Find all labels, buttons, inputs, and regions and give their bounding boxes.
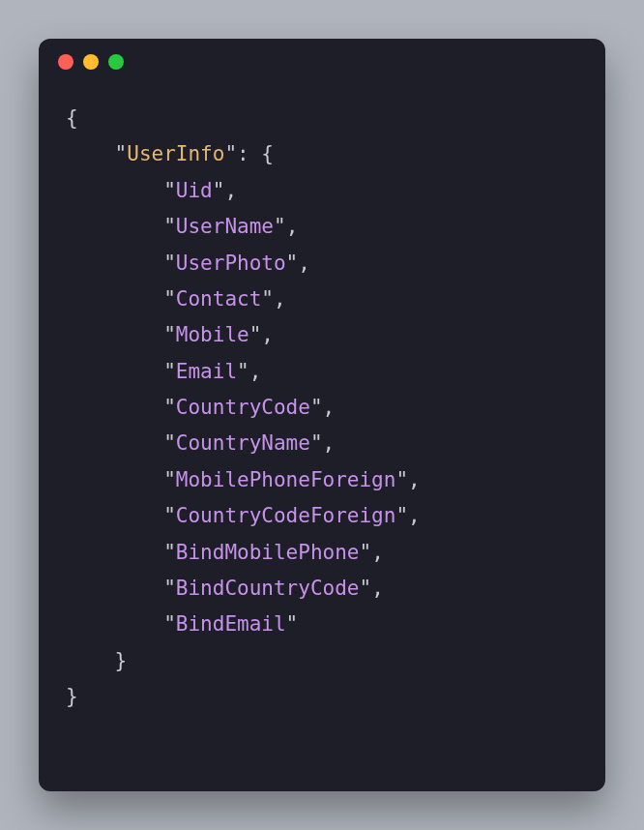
code-block: { "UserInfo": { "Uid", "UserName", "User… bbox=[39, 85, 605, 791]
zoom-icon[interactable] bbox=[108, 54, 124, 70]
minimize-icon[interactable] bbox=[83, 54, 99, 70]
titlebar bbox=[39, 39, 605, 85]
code-window: { "UserInfo": { "Uid", "UserName", "User… bbox=[39, 39, 605, 791]
close-icon[interactable] bbox=[58, 54, 73, 70]
